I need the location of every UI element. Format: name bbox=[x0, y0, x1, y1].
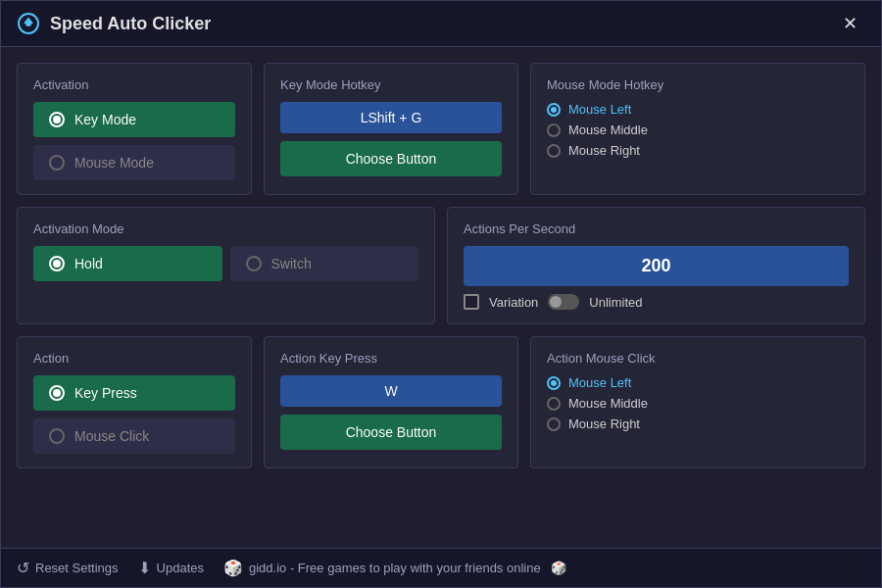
key-press-label: Key Press bbox=[74, 385, 137, 401]
key-mode-choose-button[interactable]: Choose Button bbox=[280, 141, 502, 176]
action-mouse-right-option[interactable]: Mouse Right bbox=[547, 416, 849, 431]
updates-item[interactable]: ⬇ Updates bbox=[138, 559, 204, 577]
mouse-click-label: Mouse Click bbox=[74, 428, 149, 444]
action-key-press-section: Action Key Press W Choose Button bbox=[264, 336, 518, 468]
mouse-middle-option[interactable]: Mouse Middle bbox=[547, 122, 849, 137]
key-press-radio-circle bbox=[49, 385, 65, 401]
action-key-display[interactable]: W bbox=[280, 375, 502, 407]
app-icon bbox=[17, 12, 40, 35]
switch-button[interactable]: Switch bbox=[230, 246, 419, 281]
reset-label: Reset Settings bbox=[35, 561, 119, 575]
gidd-item[interactable]: 🎲 gidd.io - Free games to play with your… bbox=[223, 559, 566, 577]
action-mouse-right-radio bbox=[547, 417, 561, 431]
variation-checkbox[interactable] bbox=[464, 294, 479, 310]
reset-settings-item[interactable]: ↺ Reset Settings bbox=[17, 559, 119, 577]
mouse-left-option[interactable]: Mouse Left bbox=[547, 102, 849, 117]
mouse-middle-radio bbox=[547, 123, 561, 137]
updates-label: Updates bbox=[157, 561, 204, 575]
mouse-right-option[interactable]: Mouse Right bbox=[547, 143, 849, 158]
mouse-mode-label: Mouse Mode bbox=[74, 155, 154, 171]
key-mode-hotkey-title: Key Mode Hotkey bbox=[280, 77, 502, 92]
hold-button[interactable]: Hold bbox=[33, 246, 222, 281]
key-mode-radio-circle bbox=[49, 112, 65, 127]
aps-title: Actions Per Second bbox=[464, 221, 849, 236]
updates-icon: ⬇ bbox=[138, 559, 151, 577]
gidd-dice-icon: 🎲 bbox=[551, 561, 566, 575]
unlimited-toggle[interactable] bbox=[548, 294, 579, 310]
top-row: Activation Key Mode Mouse Mode Key Mode … bbox=[17, 63, 865, 195]
hotkey-display[interactable]: LShift + G bbox=[280, 102, 502, 133]
mouse-right-label: Mouse Right bbox=[568, 143, 640, 158]
mouse-middle-label: Mouse Middle bbox=[568, 122, 648, 137]
title-bar: Speed Auto Clicker ✕ bbox=[1, 1, 881, 47]
unlimited-label: Unlimited bbox=[589, 295, 642, 310]
reset-icon: ↺ bbox=[17, 559, 29, 577]
aps-input[interactable] bbox=[464, 246, 849, 286]
mouse-mode-hotkey-section: Mouse Mode Hotkey Mouse Left Mouse Middl… bbox=[530, 63, 865, 195]
action-mouse-click-title: Action Mouse Click bbox=[547, 351, 849, 366]
middle-row: Activation Mode Hold Switch Actions Per … bbox=[17, 207, 865, 324]
gidd-label: gidd.io - Free games to play with your f… bbox=[249, 561, 541, 575]
mouse-left-label: Mouse Left bbox=[568, 102, 631, 117]
action-mouse-click-section: Action Mouse Click Mouse Left Mouse Midd… bbox=[530, 336, 865, 468]
action-key-press-title: Action Key Press bbox=[280, 351, 502, 366]
switch-label: Switch bbox=[271, 256, 312, 271]
hold-switch-row: Hold Switch bbox=[33, 246, 418, 281]
mouse-mode-radio-circle bbox=[49, 155, 65, 171]
action-mouse-middle-label: Mouse Middle bbox=[568, 396, 648, 411]
window-title: Speed Auto Clicker bbox=[50, 14, 211, 34]
action-mouse-right-label: Mouse Right bbox=[568, 416, 640, 431]
action-mouse-left-option[interactable]: Mouse Left bbox=[547, 375, 849, 390]
activation-title: Activation bbox=[33, 77, 235, 92]
hold-label: Hold bbox=[74, 256, 103, 271]
mouse-click-button[interactable]: Mouse Click bbox=[33, 418, 235, 454]
key-mode-label: Key Mode bbox=[74, 112, 136, 127]
key-press-button[interactable]: Key Press bbox=[33, 375, 235, 411]
key-mode-button[interactable]: Key Mode bbox=[33, 102, 235, 137]
title-bar-left: Speed Auto Clicker bbox=[17, 12, 211, 35]
aps-section: Actions Per Second Variation Unlimited bbox=[447, 207, 865, 324]
footer: ↺ Reset Settings ⬇ Updates 🎲 gidd.io - F… bbox=[1, 548, 881, 587]
variation-label: Variation bbox=[489, 295, 538, 310]
activation-mode-section: Activation Mode Hold Switch bbox=[17, 207, 435, 324]
activation-section: Activation Key Mode Mouse Mode bbox=[17, 63, 252, 195]
action-mouse-middle-option[interactable]: Mouse Middle bbox=[547, 396, 849, 411]
mouse-click-radio-circle bbox=[49, 428, 65, 444]
mouse-mode-hotkey-options: Mouse Left Mouse Middle Mouse Right bbox=[547, 102, 849, 158]
mouse-mode-hotkey-title: Mouse Mode Hotkey bbox=[547, 77, 849, 92]
variation-row: Variation Unlimited bbox=[464, 294, 849, 310]
mouse-left-radio bbox=[547, 103, 561, 117]
action-mouse-options: Mouse Left Mouse Middle Mouse Right bbox=[547, 375, 849, 431]
action-choose-button[interactable]: Choose Button bbox=[280, 415, 502, 450]
bottom-row: Action Key Press Mouse Click Action Key … bbox=[17, 336, 865, 468]
action-radio-group: Key Press Mouse Click bbox=[33, 375, 235, 454]
main-content: Activation Key Mode Mouse Mode Key Mode … bbox=[1, 47, 881, 548]
action-mouse-left-label: Mouse Left bbox=[568, 375, 631, 390]
switch-radio-circle bbox=[246, 256, 262, 271]
activation-radio-group: Key Mode Mouse Mode bbox=[33, 102, 235, 180]
close-button[interactable]: ✕ bbox=[835, 11, 865, 36]
gidd-icon: 🎲 bbox=[223, 559, 243, 577]
main-window: Speed Auto Clicker ✕ Activation Key Mode… bbox=[0, 0, 882, 588]
mouse-right-radio bbox=[547, 144, 561, 158]
activation-mode-title: Activation Mode bbox=[33, 221, 418, 236]
action-section: Action Key Press Mouse Click bbox=[17, 336, 252, 468]
action-title: Action bbox=[33, 351, 235, 366]
key-mode-hotkey-section: Key Mode Hotkey LShift + G Choose Button bbox=[264, 63, 518, 195]
mouse-mode-button[interactable]: Mouse Mode bbox=[33, 145, 235, 180]
hold-radio-circle bbox=[49, 256, 65, 271]
action-mouse-middle-radio bbox=[547, 397, 561, 411]
svg-point-1 bbox=[25, 21, 31, 26]
action-mouse-left-radio bbox=[547, 376, 561, 390]
